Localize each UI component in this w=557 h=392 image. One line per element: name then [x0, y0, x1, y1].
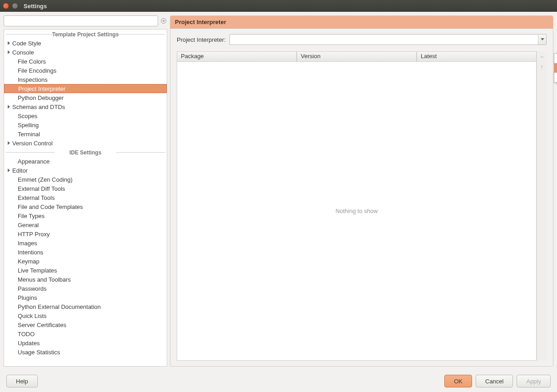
tree-item-label: Keymap	[18, 258, 40, 265]
tree-item-label: External Tools	[18, 194, 55, 201]
up-arrow-icon[interactable]: ↑	[540, 63, 543, 70]
tree-scroll[interactable]: Template Project SettingsCode StyleConso…	[4, 30, 167, 366]
button-bar: Help OK Cancel Apply	[0, 370, 557, 392]
tree-item[interactable]: Spelling	[4, 120, 167, 129]
tree-item-label: Intentions	[18, 249, 43, 256]
tree-item-label: Quick Lists	[18, 313, 47, 319]
tree-item-label: Editor	[12, 167, 28, 174]
ok-button[interactable]: OK	[444, 375, 472, 387]
tree-item[interactable]: Code Style	[4, 39, 167, 48]
tree-item[interactable]: Schemas and DTDs	[4, 102, 167, 111]
tree-item-label: Python Debugger	[18, 94, 64, 101]
tree-item[interactable]: Version Control	[4, 139, 167, 148]
tree-item[interactable]: Updates	[4, 338, 167, 347]
tree-item[interactable]: File Encodings	[4, 66, 167, 75]
tree-item[interactable]: Plugins	[4, 293, 167, 302]
tree-item-label: Spelling	[18, 122, 39, 129]
tree-item[interactable]: Intentions	[4, 248, 167, 257]
tree-item-label: Python External Documentation	[18, 303, 101, 310]
tree-item[interactable]: File Types	[4, 211, 167, 220]
column-version[interactable]: Version	[297, 52, 417, 62]
tree-item[interactable]: Terminal	[4, 129, 167, 139]
tree-item-label: File Encodings	[18, 67, 56, 74]
window-minimize-icon[interactable]	[12, 3, 18, 9]
window-title: Settings	[24, 3, 47, 10]
tree-item-label: Version Control	[12, 140, 53, 147]
tree-item[interactable]: HTTP Proxy	[4, 229, 167, 238]
window-close-icon[interactable]	[3, 3, 9, 9]
tree-item[interactable]: Images	[4, 238, 167, 248]
tree-item[interactable]: Emmet (Zen Coding)	[4, 175, 167, 184]
table-empty-text: Nothing to show	[177, 62, 536, 360]
tree-item-label: Passwords	[18, 285, 47, 292]
tree-item-label: TODO	[18, 331, 35, 337]
tree-item[interactable]: Inspections	[4, 75, 167, 84]
dropdown-item[interactable]: Add Lo	[554, 54, 557, 63]
tree-item[interactable]: Server Certificates	[4, 320, 167, 329]
chevron-right-icon	[7, 104, 11, 109]
apply-button[interactable]: Apply	[517, 375, 551, 387]
tree-item-label: Inspections	[18, 76, 48, 83]
interpreter-select[interactable]	[229, 34, 547, 45]
tree-item[interactable]: Usage Statistics	[4, 347, 167, 357]
tree-item[interactable]: Python External Documentation	[4, 302, 167, 311]
tree-item-label: Images	[18, 240, 37, 247]
table-side-toolbar: − ↑	[537, 51, 547, 361]
tree-item-label: Usage Statistics	[18, 349, 60, 356]
tree-item[interactable]: Scopes	[4, 111, 167, 120]
tree-item[interactable]: Editor	[4, 166, 167, 175]
column-latest[interactable]: Latest	[417, 52, 536, 62]
tree-item-label: Emmet (Zen Coding)	[18, 176, 73, 183]
section-header: Template Project Settings	[4, 30, 167, 39]
tree-item-label: File Colors	[18, 58, 46, 65]
tree-item[interactable]: Menus and Toolbars	[4, 275, 167, 284]
chevron-right-icon	[7, 41, 11, 45]
settings-tree: Template Project SettingsCode StyleConso…	[4, 29, 167, 367]
interpreter-dropdown-button[interactable]	[538, 35, 546, 45]
section-header: IDE Settings	[4, 148, 167, 157]
tree-item[interactable]: Python Debugger	[4, 93, 167, 102]
dropdown-item[interactable]: Create	[554, 63, 557, 73]
tree-item[interactable]: Quick Lists	[4, 311, 167, 320]
interpreter-label: Project Interpreter:	[177, 36, 226, 43]
tree-item-label: Project Interpreter	[18, 85, 65, 92]
help-button[interactable]: Help	[6, 375, 38, 387]
main-panel: Project Interpreter Project Interpreter:…	[170, 15, 553, 367]
tree-item[interactable]: Appearance	[4, 157, 167, 166]
clear-search-icon[interactable]	[160, 17, 167, 25]
tree-item-label: Updates	[18, 340, 40, 347]
chevron-right-icon	[7, 50, 11, 55]
tree-item-label: General	[18, 222, 39, 228]
column-package[interactable]: Package	[177, 52, 297, 62]
tree-item[interactable]: File Colors	[4, 57, 167, 66]
tree-item[interactable]: Console	[4, 48, 167, 57]
tree-item-label: HTTP Proxy	[18, 231, 50, 238]
search-input[interactable]	[4, 15, 158, 26]
tree-item[interactable]: External Diff Tools	[4, 184, 167, 193]
tree-item-label: Live Templates	[18, 267, 57, 274]
tree-item-label: Scopes	[18, 113, 37, 119]
sidebar: Template Project SettingsCode StyleConso…	[4, 15, 167, 367]
settings-dialog: Template Project SettingsCode StyleConso…	[0, 12, 557, 392]
dropdown-item[interactable]: More...	[554, 73, 557, 82]
tree-item-label: Console	[12, 49, 34, 56]
tree-item-label: File and Code Templates	[18, 203, 83, 210]
tree-item[interactable]: External Tools	[4, 193, 167, 202]
tree-item[interactable]: File and Code Templates	[4, 202, 167, 211]
tree-item-label: Server Certificates	[18, 322, 66, 328]
tree-item-label: Menus and Toolbars	[18, 276, 71, 283]
tree-item[interactable]: TODO	[4, 329, 167, 338]
remove-icon[interactable]: −	[540, 53, 543, 60]
tree-item-label: Appearance	[18, 158, 50, 165]
tree-item[interactable]: Keymap	[4, 257, 167, 266]
tree-item[interactable]: General	[4, 220, 167, 229]
tree-item[interactable]: Project Interpreter	[4, 84, 167, 93]
chevron-right-icon	[7, 141, 11, 145]
content-area: Template Project SettingsCode StyleConso…	[0, 12, 557, 370]
packages-table: Package Version Latest Nothing to show	[177, 51, 537, 361]
tree-item[interactable]: Live Templates	[4, 266, 167, 275]
tree-item-label: Terminal	[18, 131, 40, 138]
cancel-button[interactable]: Cancel	[476, 375, 513, 387]
tree-item[interactable]: Passwords	[4, 284, 167, 293]
tree-item-label: Code Style	[12, 40, 41, 47]
